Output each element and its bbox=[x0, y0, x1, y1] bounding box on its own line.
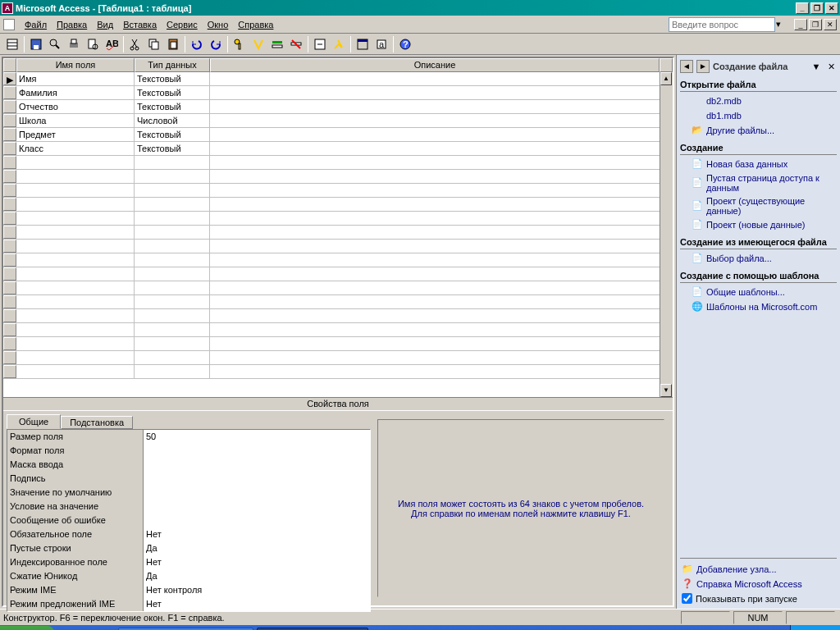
property-row[interactable]: Сжатие ЮникодДа bbox=[7, 569, 370, 583]
field-row[interactable] bbox=[3, 156, 673, 170]
datasheet-icon[interactable] bbox=[3, 19, 15, 30]
data-type-cell[interactable] bbox=[135, 212, 210, 225]
field-name-cell[interactable]: Имя bbox=[16, 72, 135, 85]
field-name-cell[interactable]: Школа bbox=[16, 114, 135, 127]
print-button[interactable] bbox=[65, 35, 83, 53]
data-type-cell[interactable] bbox=[135, 240, 210, 253]
field-row[interactable] bbox=[3, 295, 673, 309]
tab-general[interactable]: Общие bbox=[7, 414, 61, 429]
description-cell[interactable] bbox=[210, 226, 673, 239]
add-network-place-link[interactable]: 📁Добавление узла... bbox=[680, 562, 837, 577]
row-selector[interactable] bbox=[3, 281, 16, 294]
preview-button[interactable] bbox=[84, 35, 102, 53]
row-selector[interactable] bbox=[3, 114, 16, 127]
row-selector[interactable] bbox=[3, 267, 16, 281]
taskpane-link[interactable]: db1.mdb bbox=[680, 108, 837, 123]
data-type-cell[interactable] bbox=[135, 226, 210, 239]
primary-key-button[interactable] bbox=[231, 35, 249, 53]
data-type-cell[interactable] bbox=[135, 351, 210, 364]
field-row[interactable] bbox=[3, 309, 673, 323]
field-row[interactable] bbox=[3, 212, 673, 226]
vertical-scrollbar[interactable]: ▲ ▼ bbox=[660, 72, 673, 397]
property-row[interactable]: Пустые строкиДа bbox=[7, 541, 370, 555]
description-cell[interactable] bbox=[210, 337, 673, 350]
field-row[interactable] bbox=[3, 198, 673, 212]
field-name-cell[interactable] bbox=[16, 267, 135, 281]
field-name-cell[interactable]: Отчество bbox=[16, 100, 135, 113]
description-cell[interactable] bbox=[210, 72, 673, 85]
field-row[interactable]: Фамилия Текстовый bbox=[3, 86, 673, 100]
description-cell[interactable] bbox=[210, 253, 673, 267]
property-row[interactable]: Сообщение об ошибке bbox=[7, 514, 370, 527]
description-cell[interactable] bbox=[210, 86, 673, 99]
property-row[interactable]: Индексированное полеНет bbox=[7, 555, 370, 569]
property-value[interactable] bbox=[144, 500, 370, 514]
row-selector[interactable] bbox=[3, 212, 16, 225]
description-cell[interactable] bbox=[210, 198, 673, 211]
data-type-cell[interactable] bbox=[135, 365, 210, 378]
property-value[interactable]: Нет bbox=[144, 555, 370, 569]
description-cell[interactable] bbox=[210, 212, 673, 225]
minimize-button[interactable]: _ bbox=[796, 2, 809, 14]
field-row[interactable]: Класс Текстовый bbox=[3, 142, 673, 156]
field-name-cell[interactable] bbox=[16, 170, 135, 183]
restore-button[interactable]: ❐ bbox=[810, 2, 824, 14]
property-row[interactable]: Условие на значение bbox=[7, 500, 370, 514]
redo-button[interactable] bbox=[207, 35, 225, 53]
start-button[interactable]: Пуск bbox=[0, 626, 54, 630]
row-selector[interactable] bbox=[3, 226, 16, 239]
property-row[interactable]: Режим предложений IMEНет bbox=[7, 597, 370, 611]
property-row[interactable]: Формат поля bbox=[7, 444, 370, 458]
database-window-button[interactable] bbox=[354, 35, 372, 53]
field-row[interactable] bbox=[3, 184, 673, 198]
row-selector[interactable] bbox=[3, 253, 16, 267]
builder-button[interactable] bbox=[330, 35, 348, 53]
data-type-cell[interactable]: Числовой bbox=[135, 114, 210, 127]
data-type-cell[interactable] bbox=[135, 309, 210, 322]
data-type-cell[interactable] bbox=[135, 281, 210, 294]
description-cell[interactable] bbox=[210, 323, 673, 336]
data-type-cell[interactable] bbox=[135, 323, 210, 336]
field-row[interactable]: Предмет Текстовый bbox=[3, 128, 673, 142]
paste-button[interactable] bbox=[164, 35, 182, 53]
taskpane-link[interactable]: 🌐Шаблоны на Microsoft.com bbox=[680, 299, 837, 314]
field-row[interactable] bbox=[3, 281, 673, 295]
description-header[interactable]: Описание bbox=[210, 58, 660, 72]
search-button[interactable] bbox=[46, 35, 64, 53]
cut-button[interactable] bbox=[126, 35, 144, 53]
menu-insert[interactable]: Вставка bbox=[118, 18, 162, 31]
menu-tools[interactable]: Сервис bbox=[162, 18, 203, 31]
description-cell[interactable] bbox=[210, 156, 673, 169]
taskpane-link[interactable]: 📄Проект (новые данные) bbox=[680, 217, 837, 232]
taskpane-link[interactable]: 📄Проект (существующие данные) bbox=[680, 194, 837, 217]
field-row[interactable] bbox=[3, 365, 673, 379]
property-value[interactable]: Нет bbox=[144, 527, 370, 541]
field-name-cell[interactable] bbox=[16, 240, 135, 253]
scroll-down-button[interactable]: ▼ bbox=[660, 384, 672, 397]
row-selector[interactable] bbox=[3, 351, 16, 364]
data-type-cell[interactable]: Текстовый bbox=[135, 142, 210, 155]
insert-rows-button[interactable] bbox=[268, 35, 286, 53]
field-name-cell[interactable] bbox=[16, 337, 135, 350]
view-button[interactable] bbox=[3, 35, 21, 53]
field-name-cell[interactable] bbox=[16, 365, 135, 378]
property-value[interactable] bbox=[144, 472, 370, 486]
property-value[interactable] bbox=[144, 444, 370, 458]
field-name-cell[interactable]: Класс bbox=[16, 142, 135, 155]
data-type-cell[interactable] bbox=[135, 170, 210, 183]
description-cell[interactable] bbox=[210, 281, 673, 294]
property-row[interactable]: Режим IMEНет контроля bbox=[7, 583, 370, 597]
access-help-link[interactable]: ❓Справка Microsoft Access bbox=[680, 577, 837, 591]
field-name-cell[interactable] bbox=[16, 351, 135, 364]
field-row[interactable] bbox=[3, 351, 673, 365]
data-type-cell[interactable] bbox=[135, 156, 210, 169]
field-name-cell[interactable]: Предмет bbox=[16, 128, 135, 141]
row-selector-header[interactable] bbox=[3, 58, 16, 72]
menu-edit[interactable]: Правка bbox=[52, 18, 92, 31]
property-row[interactable]: Размер поля50 bbox=[7, 430, 370, 444]
menu-help[interactable]: Справка bbox=[233, 18, 278, 31]
question-dropdown-icon[interactable]: ▾ bbox=[776, 19, 788, 30]
taskpane-link[interactable]: 📄Общие шаблоны... bbox=[680, 285, 837, 299]
doc-minimize-button[interactable]: _ bbox=[794, 19, 807, 30]
field-row[interactable] bbox=[3, 323, 673, 337]
